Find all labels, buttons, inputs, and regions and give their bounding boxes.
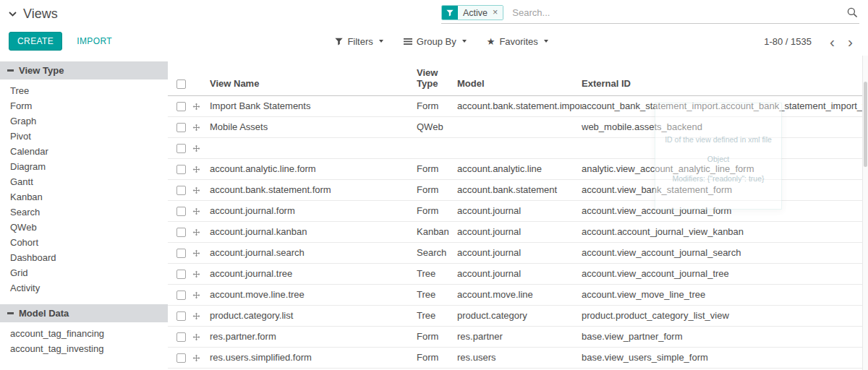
drag-handle-icon[interactable]: [192, 186, 200, 194]
cell-model: account.journal: [457, 242, 582, 263]
cell-view-name: account.journal.form: [210, 200, 417, 221]
cell-external-id: account_bank_statement_import.account_ba…: [582, 95, 862, 116]
cell-view-name: Mobile Assets: [210, 116, 417, 137]
cell-model: product.category: [457, 305, 582, 326]
breadcrumb[interactable]: Views: [9, 7, 58, 22]
drag-handle-icon[interactable]: [192, 165, 200, 173]
table-row[interactable]: res.partner.form Form res.partner base.v…: [168, 326, 862, 347]
sidebar-item[interactable]: Form: [0, 98, 168, 113]
sidebar-item[interactable]: Gantt: [0, 174, 168, 189]
row-checkbox[interactable]: [176, 332, 186, 342]
column-header-view-name[interactable]: View Name: [210, 55, 417, 95]
drag-handle-icon[interactable]: [192, 249, 200, 257]
sidebar-item[interactable]: Cohort: [0, 235, 168, 250]
drag-column-header: [192, 55, 210, 95]
row-checkbox[interactable]: [176, 165, 186, 174]
group-by-dropdown[interactable]: Group By: [404, 36, 467, 47]
drag-handle-icon[interactable]: [192, 312, 200, 320]
row-checkbox[interactable]: [176, 186, 186, 195]
row-checkbox[interactable]: [176, 123, 186, 132]
table-row[interactable]: product.category.list Tree product.categ…: [168, 305, 862, 326]
table-row[interactable]: account.move.line.tree Tree account.move…: [168, 284, 862, 305]
section-header-view-type[interactable]: View Type: [0, 61, 168, 79]
sidebar-item[interactable]: Pivot: [0, 129, 168, 144]
search-icon[interactable]: [847, 7, 858, 18]
search-bar[interactable]: Active ×: [441, 4, 859, 24]
sidebar-item[interactable]: Search: [0, 205, 168, 220]
table-row[interactable]: res.users.simplified.form Form res.users…: [168, 347, 862, 368]
drag-handle-icon[interactable]: [192, 207, 200, 215]
cell-view-name: account.journal.kanban: [210, 221, 417, 242]
row-checkbox[interactable]: [176, 270, 186, 279]
cell-view-name: product.category.list: [210, 305, 417, 326]
table-row[interactable]: Mobile Assets QWeb web_mobile.assets_bac…: [168, 116, 862, 137]
table-row[interactable]: [168, 137, 862, 158]
drag-handle-icon[interactable]: [192, 333, 200, 341]
table-row[interactable]: account.bank.statement.form Form account…: [168, 179, 862, 200]
sidebar-item[interactable]: Tree: [0, 83, 168, 98]
table-row[interactable]: account.journal.search Search account.jo…: [168, 242, 862, 263]
select-all-checkbox[interactable]: [176, 79, 186, 89]
minus-icon: [7, 69, 14, 72]
prev-page-button[interactable]: ‹: [823, 34, 841, 49]
cell-view-name: account.journal.tree: [210, 263, 417, 284]
sidebar-item[interactable]: Graph: [0, 113, 168, 129]
column-header-model[interactable]: Model: [457, 55, 582, 95]
drag-handle-icon[interactable]: [192, 124, 200, 132]
favorites-dropdown[interactable]: ★ Favorites: [487, 36, 548, 47]
table-row[interactable]: Import Bank Statements Form account.bank…: [168, 95, 862, 116]
row-checkbox[interactable]: [176, 228, 186, 237]
row-checkbox[interactable]: [176, 144, 186, 153]
sidebar-item[interactable]: Dashboard: [0, 250, 168, 265]
column-header-view-type[interactable]: View Type: [417, 55, 457, 95]
drag-handle-icon[interactable]: [192, 145, 200, 152]
sidebar-item-label: Graph: [10, 116, 36, 126]
row-checkbox[interactable]: [176, 311, 186, 321]
sidebar-item-label: Kanban: [10, 192, 43, 202]
scrollbar-thumb[interactable]: [864, 82, 867, 167]
section-header-model-data[interactable]: Model Data: [0, 304, 168, 322]
row-checkbox[interactable]: [176, 102, 186, 111]
table-row[interactable]: account.journal.tree Tree account.journa…: [168, 263, 862, 284]
drag-handle-icon[interactable]: [192, 228, 200, 236]
sidebar-item[interactable]: account_tag_investing: [0, 341, 168, 356]
drag-handle-icon[interactable]: [192, 103, 200, 111]
cell-view-name: res.partner.form: [210, 326, 417, 347]
import-button[interactable]: IMPORT: [69, 33, 119, 50]
cell-view-name: account.move.line.tree: [210, 284, 417, 305]
drag-handle-icon[interactable]: [192, 270, 200, 278]
next-page-button[interactable]: ›: [841, 34, 859, 49]
sidebar-section-view-type: View Type Tree Form Graph Pivot Calendar…: [0, 61, 168, 296]
chevron-down-icon[interactable]: [9, 10, 17, 17]
search-facet[interactable]: Active ×: [441, 5, 503, 20]
sidebar-item[interactable]: account_tag_financing: [0, 326, 168, 341]
sidebar-item-label: Calendar: [10, 146, 48, 157]
sidebar-item[interactable]: Kanban: [0, 189, 168, 205]
views-table: View Name View Type Model External ID Im…: [168, 55, 862, 369]
pager: 1-80 / 1535 ‹ ›: [764, 34, 859, 49]
cell-view-type: Form: [417, 200, 457, 221]
close-icon[interactable]: ×: [493, 8, 498, 17]
table-row[interactable]: account.journal.form Form account.journa…: [168, 200, 862, 221]
sidebar-section-model-data: Model Data account_tag_financing account…: [0, 304, 168, 356]
filters-dropdown[interactable]: Filters: [335, 36, 383, 47]
sidebar-item-label: Pivot: [10, 131, 31, 142]
scrollbar[interactable]: [862, 56, 868, 370]
drag-handle-icon[interactable]: [192, 291, 200, 299]
sidebar-item[interactable]: Activity: [0, 280, 168, 296]
view-type-list: Tree Form Graph Pivot Calendar Diagram G…: [0, 83, 168, 296]
sidebar-item[interactable]: QWeb: [0, 220, 168, 235]
table-row[interactable]: account.journal.kanban Kanban account.jo…: [168, 221, 862, 242]
sidebar-item[interactable]: Calendar: [0, 144, 168, 159]
column-header-external-id[interactable]: External ID: [582, 55, 862, 95]
row-checkbox[interactable]: [176, 249, 186, 258]
row-checkbox[interactable]: [176, 207, 186, 216]
sidebar-item[interactable]: Grid: [0, 265, 168, 280]
table-row[interactable]: account.analytic.line.form Form account.…: [168, 158, 862, 179]
row-checkbox[interactable]: [176, 353, 186, 363]
create-button[interactable]: CREATE: [9, 32, 62, 51]
sidebar-item[interactable]: Diagram: [0, 159, 168, 174]
search-input[interactable]: [508, 7, 844, 18]
drag-handle-icon[interactable]: [192, 354, 200, 362]
row-checkbox[interactable]: [176, 291, 186, 300]
